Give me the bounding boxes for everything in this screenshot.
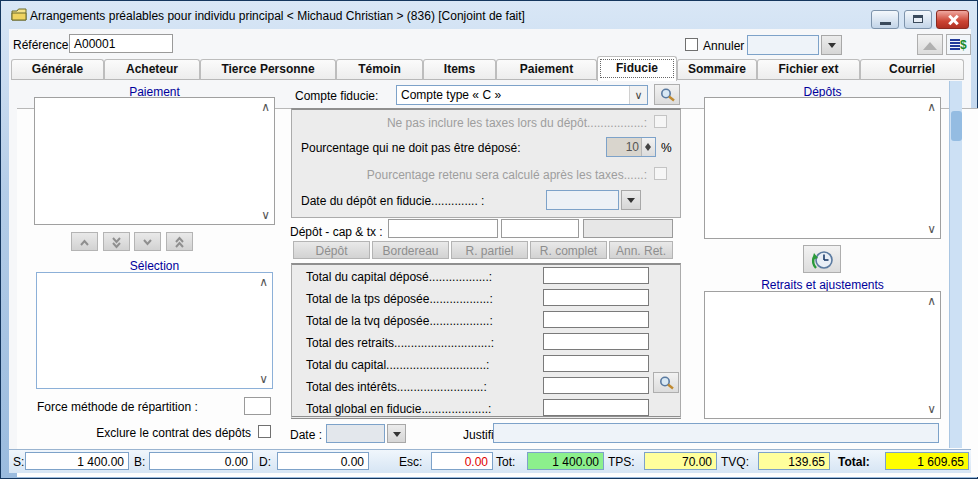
tab-paiement[interactable]: Paiement	[496, 59, 597, 80]
total-row-label: Total du capital déposé.................…	[306, 270, 492, 284]
close-button[interactable]	[936, 10, 969, 29]
pourcentage-retenu-checkbox[interactable]	[654, 167, 667, 180]
status-tps-value: 70.00	[644, 452, 717, 470]
tab-temoin[interactable]: Témoin	[336, 59, 423, 80]
move-bottom-button[interactable]	[103, 232, 130, 251]
depot-total-input[interactable]	[583, 219, 673, 238]
paiement-listbox[interactable]: ∧ ∨	[34, 97, 275, 225]
minimize-button[interactable]	[871, 10, 899, 29]
money-summary-button[interactable]: $	[946, 34, 971, 55]
move-down-button[interactable]	[134, 232, 161, 251]
chevron-down-icon[interactable]: ∨	[629, 86, 647, 104]
retrait-partiel-button[interactable]: R. partiel	[451, 241, 528, 259]
date-combo[interactable]	[326, 424, 385, 443]
annuler-label: Annuler	[703, 39, 744, 53]
tab-sommaire[interactable]: Sommaire	[677, 59, 757, 80]
exclure-contrat-checkbox[interactable]	[258, 425, 271, 438]
scroll-down-icon[interactable]: ∨	[259, 373, 268, 385]
depot-cap-input[interactable]	[388, 219, 498, 238]
spinner-down-icon[interactable]	[645, 147, 651, 154]
scroll-up-icon[interactable]: ∧	[927, 295, 936, 307]
pourcentage-retenu-label: Pourcentage retenu sera calculé après le…	[341, 168, 647, 182]
retraits-listbox[interactable]: ∧ ∨	[704, 291, 941, 419]
depots-listbox[interactable]: ∧ ∨	[704, 97, 941, 239]
interets-search-button[interactable]	[653, 372, 679, 393]
status-d-label: D:	[259, 455, 271, 469]
compte-fiducie-search-button[interactable]	[654, 84, 680, 105]
total-row-label: Total de la tvq déposée.................…	[306, 314, 493, 328]
selection-listbox[interactable]: ∧ ∨	[36, 272, 273, 389]
move-top-button[interactable]	[166, 232, 193, 251]
tab-generale[interactable]: Générale	[11, 59, 104, 80]
status-tot-value: 1 400.00	[527, 452, 604, 470]
retraits-list-label: Retraits et ajustements	[704, 278, 941, 292]
date-combo-arrow[interactable]	[387, 424, 406, 443]
force-repartition-input[interactable]	[244, 397, 271, 415]
date-label: Date :	[290, 428, 322, 442]
scroll-down-icon[interactable]: ∨	[261, 209, 270, 221]
total-row-label: Total des intérêts......................…	[306, 380, 487, 394]
maximize-button[interactable]	[904, 10, 932, 29]
total-row-value	[543, 377, 649, 394]
compte-fiducie-label: Compte fiducie:	[295, 89, 378, 103]
scroll-down-icon[interactable]: ∨	[927, 223, 936, 235]
ne-pas-inclure-taxes-checkbox[interactable]	[654, 115, 667, 128]
scroll-up-icon[interactable]: ∧	[927, 101, 936, 113]
tab-fichier-ext[interactable]: Fichier ext	[757, 59, 860, 80]
bordereau-button[interactable]: Bordereau	[372, 241, 449, 259]
total-row-value	[543, 399, 649, 416]
justification-input[interactable]	[493, 423, 939, 443]
scroll-down-icon[interactable]: ∨	[927, 403, 936, 415]
scrollbar-thumb[interactable]	[951, 111, 962, 141]
tab-tierce-personne[interactable]: Tierce Personne	[200, 59, 336, 80]
total-row-label: Total global en fiducie.................…	[306, 402, 491, 416]
double-chevron-down-icon	[104, 233, 129, 250]
annuler-combo[interactable]	[747, 35, 819, 55]
total-row-value	[543, 267, 649, 284]
status-esc-value: 0.00	[431, 452, 493, 470]
status-b-value: 0.00	[149, 452, 253, 470]
page-vertical-scrollbar[interactable]	[949, 81, 962, 448]
annulation-retrait-button[interactable]: Ann. Ret.	[609, 241, 673, 259]
annuler-checkbox[interactable]	[685, 38, 698, 51]
depot-button[interactable]: Dépôt	[293, 241, 370, 259]
status-d-value: 0.00	[277, 452, 369, 470]
titlebar[interactable]: Arrangements préalables pour individu pr…	[2, 2, 976, 29]
chevron-down-icon	[135, 233, 160, 250]
money-list-icon: $	[947, 35, 970, 54]
tab-fiducie[interactable]: Fiducie	[597, 56, 677, 81]
date-depot-label: Date du dépôt en fiducie.............. :	[301, 194, 484, 208]
window-title: Arrangements préalables pour individu pr…	[30, 9, 525, 23]
status-s-label: S:	[13, 455, 24, 469]
spinner-up-icon[interactable]	[645, 140, 651, 147]
scroll-up-icon[interactable]: ∧	[259, 276, 268, 288]
tab-courriel[interactable]: Courriel	[860, 59, 964, 80]
date-depot-combo[interactable]	[546, 190, 619, 210]
total-row-label: Total de la tps déposée.................…	[306, 292, 493, 306]
svg-text:$: $	[960, 38, 967, 52]
search-icon	[658, 375, 676, 391]
compte-fiducie-combo[interactable]: Compte type « C » ∨	[396, 85, 648, 105]
maximize-icon	[913, 15, 923, 23]
tab-items[interactable]: Items	[423, 59, 496, 80]
scroll-up-icon[interactable]: ∧	[261, 101, 270, 113]
depot-cap-tx-label: Dépôt - cap & tx :	[290, 225, 383, 239]
reference-input[interactable]: A00001	[69, 34, 173, 53]
status-tvq-label: TVQ:	[721, 455, 749, 469]
pourcentage-spinner[interactable]: 10	[606, 137, 656, 157]
status-s-value: 1 400.00	[25, 452, 129, 470]
total-row-value	[543, 355, 649, 372]
pourcentage-unit-label: %	[661, 141, 672, 155]
depot-tx-input[interactable]	[501, 219, 579, 238]
status-tvq-value: 139.65	[758, 452, 830, 470]
annuler-combo-arrow[interactable]	[821, 35, 842, 55]
date-depot-combo-arrow[interactable]	[621, 190, 641, 210]
tab-acheteur[interactable]: Acheteur	[104, 59, 200, 80]
pourcentage-label: Pourcentage qui ne doit pas être déposé:	[301, 141, 521, 155]
scroll-up-button[interactable]	[917, 34, 943, 55]
move-up-button[interactable]	[71, 232, 98, 251]
retrait-complet-button[interactable]: R. complet	[530, 241, 607, 259]
folder-icon	[11, 8, 27, 21]
refresh-history-button[interactable]	[803, 245, 841, 273]
close-icon	[948, 15, 958, 25]
